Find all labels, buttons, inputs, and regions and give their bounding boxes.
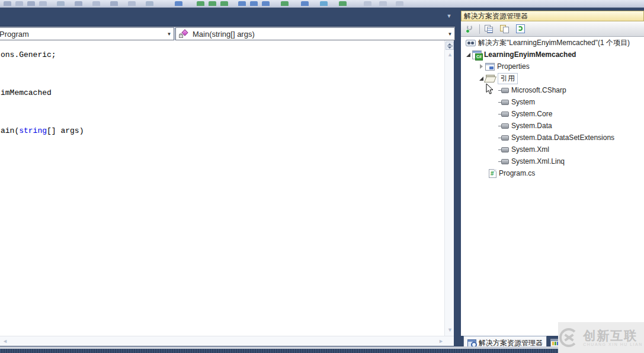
- ide-window: ▼ Program ▼ Main(string[] args) ▼ ons.Ge…: [0, 0, 644, 353]
- assembly-reference-icon: [501, 123, 509, 129]
- tree-item-solution[interactable]: 解决方案"LearningEnyimMemcached"(1 个项目): [461, 37, 644, 49]
- member-combobox-value: Main(string[] args): [189, 30, 446, 39]
- watermark: 创新互联 CHUANG XIN HU LIAN: [558, 322, 644, 353]
- toolbar-separator: [479, 24, 480, 34]
- solution-icon: [466, 40, 476, 46]
- solution-explorer-titlebar[interactable]: 解决方案资源管理器: [461, 11, 644, 21]
- assembly-reference-icon: [501, 147, 509, 152]
- scroll-left-icon[interactable]: ◄: [2, 339, 8, 344]
- assembly-reference-icon: [501, 100, 509, 105]
- sync-icon: [466, 25, 474, 33]
- editor-vscrollbar[interactable]: ▲ ▼: [444, 40, 454, 336]
- properties-icon: [485, 63, 495, 71]
- toolbar-button-partial[interactable]: [128, 1, 136, 6]
- tree-item-references[interactable]: 引用: [461, 72, 644, 84]
- tree-item-properties[interactable]: Properties: [461, 61, 644, 72]
- solution-explorer-toolbar: [461, 21, 644, 37]
- code-editor[interactable]: ons.Generic; imMemcached ain(string[] ar…: [0, 40, 444, 336]
- statusbar-partial: [0, 349, 644, 353]
- scroll-right-icon[interactable]: ►: [438, 339, 444, 344]
- watermark-logo-icon: [559, 328, 578, 347]
- assembly-reference-icon: [501, 159, 509, 164]
- toolbar-button-partial[interactable]: [4, 1, 11, 6]
- toolbar-button-partial[interactable]: [27, 1, 35, 6]
- toolbar-button-partial[interactable]: [197, 1, 204, 6]
- toolbar-button-partial[interactable]: [209, 1, 216, 6]
- watermark-subtext: CHUANG XIN HU LIAN: [583, 342, 643, 346]
- solution-explorer-tab-icon: [467, 339, 476, 347]
- editor-hscrollbar[interactable]: ◄ ►: [0, 336, 454, 346]
- watermark-brand: 创新互联: [583, 329, 643, 342]
- tree-item-reference[interactable]: System.Data: [461, 120, 644, 132]
- type-combobox[interactable]: Program ▼: [0, 27, 174, 40]
- toolbar-button-partial[interactable]: [15, 1, 23, 6]
- code-line: ain(string[] args): [1, 126, 84, 135]
- solution-tree: 解决方案"LearningEnyimMemcached"(1 个项目) Lear…: [461, 37, 644, 336]
- csharp-project-icon: [472, 50, 482, 59]
- toolbar-button-partial[interactable]: [364, 1, 371, 6]
- toolbar-button-partial[interactable]: [320, 1, 328, 6]
- toolbar-button-partial[interactable]: [379, 1, 387, 6]
- expanded-arrow-icon[interactable]: [464, 50, 472, 59]
- toolbar-button-partial[interactable]: [238, 1, 246, 6]
- tree-item-reference[interactable]: System.Core: [461, 108, 644, 120]
- show-all-files-icon: [500, 25, 510, 33]
- properties-pages-button[interactable]: [483, 23, 495, 35]
- main-toolbar-partial[interactable]: [0, 0, 644, 8]
- properties-pages-icon: [485, 25, 494, 33]
- assembly-reference-icon: [501, 88, 509, 93]
- toolbar-button-partial[interactable]: [301, 1, 309, 6]
- refresh-button[interactable]: [514, 23, 526, 35]
- show-all-files-button[interactable]: [499, 23, 511, 35]
- scroll-up-icon[interactable]: ▲: [447, 52, 453, 58]
- csharp-file-icon: [489, 169, 496, 178]
- toolbar-button-partial[interactable]: [110, 1, 118, 6]
- method-icon: [178, 30, 189, 38]
- sync-with-active-document-button[interactable]: [464, 23, 476, 35]
- toolbar-button-partial[interactable]: [75, 1, 82, 6]
- mouse-cursor-icon: [486, 84, 494, 98]
- code-line: imMemcached: [1, 88, 52, 97]
- refresh-icon: [516, 24, 525, 33]
- splitter-grip-icon[interactable]: [446, 42, 454, 50]
- member-combobox[interactable]: Main(string[] args) ▼: [175, 27, 455, 40]
- chevron-down-icon[interactable]: ▼: [165, 28, 174, 40]
- tree-item-reference[interactable]: System: [461, 96, 644, 108]
- solution-explorer-title: 解决方案资源管理器: [464, 11, 528, 21]
- tree-item-program-cs[interactable]: Program.cs: [461, 167, 644, 179]
- editor-navigation-bar: Program ▼ Main(string[] args) ▼: [0, 26, 455, 40]
- toolbar-button-partial[interactable]: [396, 1, 403, 6]
- code-line: ons.Generic;: [1, 50, 56, 59]
- toolbar-overflow-chevron-icon[interactable]: ▼: [444, 13, 454, 19]
- chevron-down-icon[interactable]: ▼: [446, 28, 454, 40]
- type-combobox-value: Program: [0, 30, 165, 39]
- toolbar-button-partial[interactable]: [250, 1, 258, 6]
- tree-item-reference[interactable]: System.Xml.Linq: [461, 155, 644, 167]
- toolbar-button-partial[interactable]: [146, 1, 153, 6]
- toolbar-button-partial[interactable]: [339, 1, 347, 6]
- assembly-reference-icon: [501, 135, 509, 141]
- toolbar-button-partial[interactable]: [57, 1, 65, 6]
- toolbar-button-partial[interactable]: [262, 1, 270, 6]
- toolbar-button-partial[interactable]: [92, 1, 100, 6]
- assembly-reference-icon: [501, 112, 509, 117]
- tree-item-project[interactable]: LearningEnyimMemcached: [461, 49, 644, 61]
- scroll-down-icon[interactable]: ▼: [447, 327, 453, 333]
- toolbar-button-partial[interactable]: [175, 1, 182, 6]
- toolbar-button-partial[interactable]: [39, 1, 47, 6]
- toolbar-button-partial[interactable]: [220, 1, 228, 6]
- toolbar-button-partial[interactable]: [281, 1, 289, 6]
- tree-item-reference[interactable]: System.Data.DataSetExtensions: [461, 132, 644, 144]
- open-folder-icon: [485, 75, 496, 82]
- collapsed-arrow-icon[interactable]: [477, 62, 485, 71]
- tree-item-reference[interactable]: System.Xml: [461, 144, 644, 155]
